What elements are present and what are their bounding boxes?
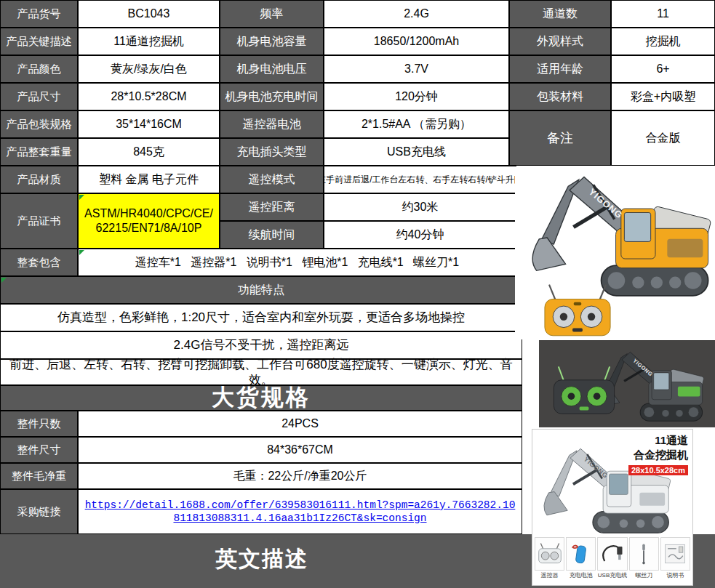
- footer-banner-text: 英文描述: [0, 544, 524, 574]
- purchase-link[interactable]: https://detail.1688.com/offer/6395830161…: [84, 499, 516, 525]
- screwdriver-icon: [629, 537, 659, 571]
- value-control-mode: 左手前进后退/工作台左右转、右手左转右转/铲斗升降: [324, 166, 516, 193]
- accessory-screwdriver: 螺丝刀: [629, 537, 659, 582]
- value-endurance: 约40分钟: [324, 221, 516, 249]
- remote-control-illustration-yellow: [530, 283, 626, 339]
- label-size: 产品尺寸: [0, 83, 78, 110]
- accessory-usb-cable: USB充电线: [597, 537, 627, 582]
- value-age: 6+: [611, 55, 715, 83]
- value-material: 塑料 金属 电子元件: [78, 166, 220, 193]
- value-certificate: ASTM/HR4040/CPC/CE/62215/EN71/8A/10P: [78, 193, 220, 249]
- value-carton-size: 84*36*67CM: [78, 437, 522, 463]
- value-remote-battery: 2*1.5#AA （需另购）: [324, 110, 509, 138]
- panel-header: 11通道 合金挖掘机 28x10.5x28cm: [628, 433, 688, 476]
- product-spec-sheet: 产品货号 BC1043 频率 2.4G 通道数 11 产品关键描述 11通道挖掘…: [0, 0, 715, 588]
- product-photo-white-panel: 11通道 合金挖掘机 28x10.5x28cm YIGONG: [532, 429, 693, 586]
- label-charge-time: 机身电池充电时间: [220, 83, 324, 110]
- battery-icon: [566, 537, 596, 571]
- label-certificate: 产品证书: [0, 193, 78, 249]
- value-control-distance: 约30米: [324, 193, 516, 221]
- accessory-label: 遥控器: [541, 571, 559, 579]
- value-size: 28*10.5*28CM: [78, 83, 220, 110]
- value-appearance: 挖掘机: [611, 28, 715, 55]
- label-age: 适用年龄: [509, 55, 611, 83]
- value-pack-material: 彩盒+内吸塑: [611, 83, 715, 110]
- label-battery-capacity: 机身电池容量: [220, 28, 324, 55]
- value-key-desc: 11通道挖掘机: [78, 28, 220, 55]
- panel-size-badge: 28x10.5x28cm: [628, 465, 688, 475]
- value-frequency: 2.4G: [324, 0, 509, 28]
- product-photo-green: YIGONG: [539, 340, 715, 427]
- value-color: 黄灰/绿灰/白色: [78, 55, 220, 83]
- label-remark: 备注: [509, 110, 611, 166]
- accessory-label: 螺丝刀: [635, 571, 652, 579]
- features-header: 功能特点: [0, 276, 522, 304]
- label-purchase-link: 采购链接: [0, 489, 78, 534]
- value-charge-time: 120分钟: [324, 83, 509, 110]
- label-remote-battery: 遥控器电池: [220, 110, 324, 138]
- label-set-weight: 产品整套重量: [0, 138, 78, 166]
- accessory-battery: 充电电池: [566, 537, 596, 582]
- remote-icon: [535, 537, 564, 571]
- value-carton-weight: 毛重：22公斤/净重20公斤: [78, 463, 522, 489]
- label-color: 产品颜色: [0, 55, 78, 83]
- feature-item-2: 2.4G信号不受干扰，遥控距离远: [0, 331, 522, 359]
- label-battery-voltage: 机身电池电压: [220, 55, 324, 83]
- value-product-no: BC1043: [78, 0, 220, 28]
- label-frequency: 频率: [220, 0, 324, 28]
- panel-title-line1: 11通道: [628, 433, 688, 448]
- manual-icon: [660, 537, 690, 571]
- feature-item-1: 仿真造型，色彩鲜艳，1:20尺寸，适合室内和室外玩耍，更适合多场地操控: [0, 304, 522, 331]
- label-pack-size: 产品包装规格: [0, 110, 78, 138]
- label-includes: 整套包含: [0, 249, 78, 276]
- value-pack-size: 35*14*16CM: [78, 110, 220, 138]
- accessory-manual: 说明书: [660, 537, 690, 582]
- value-carton-qty: 24PCS: [78, 411, 522, 437]
- label-key-desc: 产品关键描述: [0, 28, 78, 55]
- remote-control-illustration-green: [549, 365, 619, 417]
- label-material: 产品材质: [0, 166, 78, 193]
- label-carton-qty: 整件只数: [0, 411, 78, 437]
- panel-title-line2: 合金挖掘机: [628, 448, 688, 462]
- label-channels: 通道数: [509, 0, 611, 28]
- excavator-illustration-yellow: YIGONG: [527, 166, 713, 302]
- label-control-distance: 遥控距离: [220, 193, 324, 221]
- label-product-no: 产品货号: [0, 0, 78, 28]
- label-pack-material: 包装材料: [509, 83, 611, 110]
- label-control-mode: 遥控模式: [220, 166, 324, 193]
- value-remark: 合金版: [611, 110, 715, 166]
- label-plug-type: 充电插头类型: [220, 138, 324, 166]
- product-photo-yellow: YIGONG: [515, 166, 713, 339]
- value-battery-voltage: 3.7V: [324, 55, 509, 83]
- usb-cable-icon: [597, 537, 627, 571]
- accessory-label: 说明书: [666, 571, 684, 579]
- value-set-weight: 845克: [78, 138, 220, 166]
- label-endurance: 续航时间: [220, 221, 324, 249]
- feature-item-3: 前进、后退、左转、右转、挖臂可挖掘卸载、工作台可680度遥控旋转、一键演示、灯光…: [0, 359, 522, 385]
- purchase-link-cell: https://detail.1688.com/offer/6395830161…: [78, 489, 522, 534]
- accessory-remote: 遥控器: [535, 537, 564, 582]
- value-plug-type: USB充电线: [324, 138, 509, 166]
- label-appearance: 外观样式: [509, 28, 611, 55]
- label-carton-size: 整件尺寸: [0, 437, 78, 463]
- bulk-banner: 大货规格: [0, 385, 522, 411]
- value-battery-capacity: 18650/1200mAh: [324, 28, 509, 55]
- label-carton-weight: 整件毛净重: [0, 463, 78, 489]
- value-includes: 遥控车*1 遥控器*1 说明书*1 锂电池*1 充电线*1 螺丝刀*1: [78, 249, 516, 276]
- value-channels: 11: [611, 0, 715, 28]
- accessory-label: USB充电线: [598, 571, 627, 579]
- accessory-label: 充电电池: [570, 571, 593, 579]
- accessory-strip: 遥控器 充电电池 US: [535, 537, 690, 582]
